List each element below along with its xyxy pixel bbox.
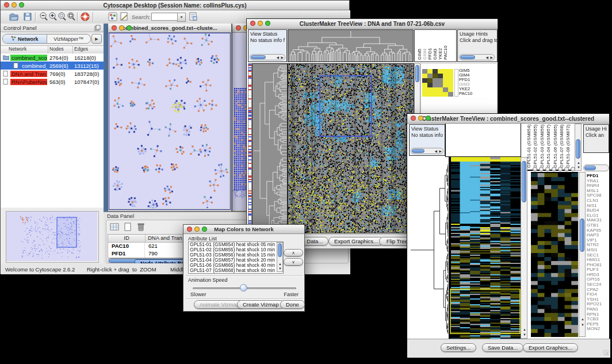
dna-column-label[interactable]: YKE2 [438, 48, 443, 60]
network-overview-panel[interactable] [6, 211, 99, 263]
dna-column-label[interactable]: PAC10 [443, 45, 448, 60]
zoom-fit-icon[interactable] [66, 12, 76, 22]
network-list-row[interactable]: combined_scores2764(0)16218(0) [1, 53, 104, 62]
network-list-row[interactable]: RNAPuberNov2+|563(0)107847(0) [1, 78, 104, 86]
combined-zoom-heatmap[interactable] [531, 172, 578, 337]
combined-gene-label[interactable]: MON2 [587, 327, 610, 332]
attribute-list-item[interactable]: GPL51-07 (GSM868) heat shock 60 min [190, 268, 283, 273]
matrix-cell[interactable] [422, 78, 427, 83]
attribute-list[interactable]: GPL51-01 (GSM854) heat shock 05 minGPL51… [188, 242, 284, 274]
matrix-cell[interactable] [448, 78, 453, 83]
new-attribute-icon[interactable] [123, 222, 133, 232]
combined-button-export-graphics-[interactable]: Export Graphics... [523, 343, 578, 352]
minimize-button[interactable] [194, 227, 200, 232]
tab-vizmapper[interactable]: VizMapper™ [47, 35, 91, 43]
scroll-down-icon[interactable]: ▼ [523, 333, 526, 336]
minimize-button[interactable] [119, 25, 124, 30]
matrix-cell[interactable] [448, 74, 453, 78]
dialog-button-create-vizmap[interactable]: Create Vizmap [237, 300, 285, 309]
dna-gene-dendrogram[interactable] [252, 63, 288, 233]
minimize-button[interactable] [418, 116, 423, 121]
vizmap-icon[interactable] [108, 12, 118, 22]
scroll-left-icon[interactable]: ◀ [276, 56, 279, 59]
close-button[interactable] [411, 116, 416, 121]
combined-heatmap-vscrollbar[interactable]: ▲ ▼ [521, 157, 527, 339]
combined-column-label[interactable]: GPL51-02 (GSM855) [533, 124, 538, 168]
dna-button-export-graphics-[interactable]: Export Graphics... [328, 237, 384, 246]
dialog-titlebar[interactable]: Map Colors to Network [183, 225, 304, 234]
matrix-cell[interactable] [443, 74, 448, 78]
zoom-vscrollbar[interactable]: ▲ ▼ [579, 172, 586, 337]
combined-column-label[interactable]: GPL51-04 (GSM857) [546, 124, 551, 168]
matrix-cell[interactable] [448, 69, 453, 74]
matrix-cell[interactable] [443, 87, 448, 92]
matrix-cell[interactable] [422, 92, 427, 97]
network-list-row[interactable]: DNA and Tran 07769(0)183728(0) [1, 70, 104, 78]
matrix-cell[interactable] [438, 87, 443, 92]
matrix-cell[interactable] [448, 92, 453, 97]
combined-column-label[interactable]: GPL51-08 (GSM872) [565, 124, 571, 168]
matrix-cell[interactable] [438, 92, 443, 97]
tabs-overflow-button[interactable]: ▶ [91, 34, 102, 44]
annotation-icon[interactable] [119, 12, 129, 22]
window-controls[interactable] [4, 2, 24, 7]
matrix-cell[interactable] [427, 69, 433, 74]
dna-column-label[interactable]: GIM5 [417, 48, 422, 60]
matrix-cell[interactable] [422, 69, 427, 74]
matrix-cell[interactable] [433, 83, 438, 87]
matrix-cell[interactable] [427, 92, 433, 97]
float-panel-icon[interactable] [94, 25, 101, 33]
search-dropdown-button[interactable]: ▼ [177, 13, 186, 22]
move-up-button[interactable]: ∧ [284, 249, 303, 256]
matrix-cell[interactable] [433, 74, 438, 78]
combined-gene-dendrogram[interactable] [409, 163, 448, 335]
help-lifering-icon[interactable] [80, 12, 90, 22]
dna-column-dendrogram[interactable] [288, 29, 414, 62]
combined-usage-hscrollbar[interactable] [583, 164, 609, 171]
matrix-cell[interactable] [438, 83, 443, 87]
save-icon[interactable] [22, 12, 33, 22]
matrix-cell[interactable] [433, 78, 438, 83]
network-list-row[interactable]: combined_sco2569(6)13112(15) [1, 62, 104, 70]
zoom-button[interactable] [127, 25, 132, 30]
matrix-cell[interactable] [427, 78, 433, 83]
combined-column-vscrollbar[interactable]: ▲ ▼ [575, 124, 582, 171]
resize-grip[interactable] [603, 350, 609, 355]
table-grid-icon[interactable] [109, 222, 120, 232]
combined-column-label[interactable]: GPL51-06 (GSM865) [553, 124, 558, 168]
index-icon[interactable] [188, 12, 198, 22]
close-button[interactable] [236, 25, 241, 30]
scroll-left-icon[interactable]: ◀ [434, 150, 437, 153]
attribute-list-vscrollbar[interactable]: ▲ ▼ [277, 242, 283, 272]
matrix-cell[interactable] [433, 69, 438, 74]
dna-column-label[interactable]: GIM4 [422, 48, 427, 60]
view-status-hscrollbar[interactable]: ◀ ▶ [250, 54, 285, 60]
zoom-button[interactable] [202, 227, 207, 232]
minimize-button[interactable] [12, 2, 17, 7]
scroll-down-icon[interactable]: ▼ [278, 267, 282, 270]
main-titlebar[interactable]: Cytoscape Desktop (Session Name: collins… [1, 1, 349, 10]
matrix-cell[interactable] [433, 87, 438, 92]
matrix-cell[interactable] [433, 92, 438, 97]
matrix-cell[interactable] [427, 83, 433, 87]
close-button[interactable] [250, 21, 255, 26]
close-button[interactable] [4, 2, 9, 7]
matrix-cell[interactable] [443, 78, 448, 83]
minimize-button[interactable] [258, 21, 263, 26]
zoom-button[interactable] [265, 21, 270, 26]
scroll-left-icon[interactable]: ◀ [485, 56, 488, 59]
matrix-cell[interactable] [438, 69, 443, 74]
trash-icon[interactable] [136, 222, 146, 232]
dna-column-label[interactable]: GIM3 [433, 48, 438, 60]
matrix-cell[interactable] [438, 74, 443, 78]
scroll-right-icon[interactable]: ▶ [490, 56, 493, 59]
dialog-button-done[interactable]: Done [280, 300, 305, 309]
network-view-canvas[interactable] [109, 33, 229, 208]
tab-network[interactable]: Network [3, 35, 47, 43]
matrix-cell[interactable] [422, 83, 427, 87]
zoom-button[interactable] [426, 116, 431, 121]
combined-heatmap[interactable] [449, 157, 521, 339]
matrix-cell[interactable] [443, 83, 448, 87]
network-table-header[interactable]: Network Nodes Edges [1, 45, 104, 54]
close-button[interactable] [187, 227, 192, 232]
